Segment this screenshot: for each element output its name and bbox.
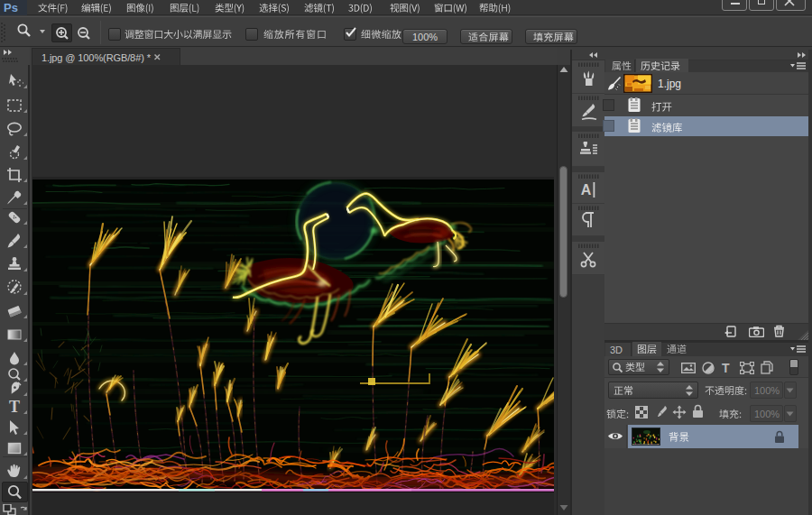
svg-text:A: A xyxy=(581,182,592,198)
svg-text:T: T xyxy=(9,398,20,416)
